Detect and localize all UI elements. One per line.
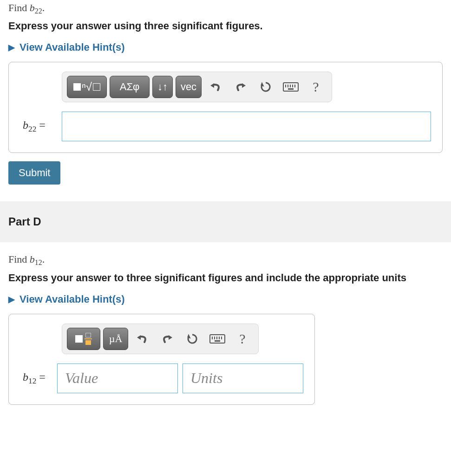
submit-button[interactable]: Submit	[8, 161, 60, 185]
reset-icon	[186, 333, 198, 345]
vec-label: vec	[181, 81, 196, 93]
answer-card-d: µÅ ? b12 = Value Units	[8, 314, 315, 405]
chevron-right-icon: ▶	[8, 294, 15, 304]
help-button[interactable]: ?	[231, 328, 254, 350]
var-letter: b	[30, 253, 35, 265]
var-subscript: 12	[35, 259, 42, 267]
greek-letters-button[interactable]: ΑΣφ	[110, 76, 150, 98]
template-icon	[75, 333, 92, 345]
reset-button[interactable]	[181, 328, 203, 350]
var-subscript: 22	[35, 7, 42, 15]
help-icon: ?	[313, 79, 319, 95]
subsup-label: ↓↑	[157, 81, 168, 93]
view-hints-toggle-d[interactable]: ▶ View Available Hint(s)	[8, 293, 443, 305]
keyboard-icon	[209, 334, 225, 344]
redo-icon	[235, 82, 247, 92]
keyboard-icon	[283, 82, 299, 92]
help-button[interactable]: ?	[305, 76, 327, 98]
templates-button[interactable]	[67, 328, 100, 350]
undo-button[interactable]	[204, 76, 227, 98]
units-input[interactable]: Units	[183, 364, 303, 393]
redo-icon	[161, 334, 173, 344]
prompt-d: Find b12.	[8, 253, 443, 267]
hints-label: View Available Hint(s)	[20, 41, 125, 53]
chevron-right-icon: ▶	[8, 42, 15, 53]
redo-button[interactable]	[156, 328, 178, 350]
var-letter: b	[30, 2, 35, 13]
answer-lhs-d: b12 =	[20, 371, 57, 386]
equation-toolbar: ⁿ√ ΑΣφ ↓↑ vec	[62, 72, 332, 102]
part-d-header: Part D	[0, 201, 451, 242]
template-icon: ⁿ√	[73, 80, 100, 93]
units-symbols-button[interactable]: µÅ	[103, 328, 128, 350]
answer-card-c: ⁿ√ ΑΣφ ↓↑ vec	[8, 62, 443, 153]
units-label: µÅ	[109, 333, 123, 345]
templates-button[interactable]: ⁿ√	[67, 76, 107, 98]
prompt-suffix: .	[42, 253, 45, 265]
vector-button[interactable]: vec	[176, 76, 202, 98]
answer-input[interactable]	[62, 112, 431, 141]
prompt-suffix: .	[42, 2, 45, 13]
undo-icon	[209, 82, 222, 92]
units-toolbar: µÅ ?	[62, 324, 259, 354]
sub-sup-button[interactable]: ↓↑	[152, 76, 173, 98]
hints-label: View Available Hint(s)	[20, 293, 125, 305]
prompt-prefix: Find	[8, 253, 30, 265]
reset-icon	[260, 81, 272, 93]
view-hints-toggle[interactable]: ▶ View Available Hint(s)	[8, 41, 443, 53]
undo-button[interactable]	[131, 328, 153, 350]
help-icon: ?	[239, 331, 245, 347]
instruction-d: Express your answer to three significant…	[8, 272, 443, 284]
prompt-prefix: Find	[8, 2, 30, 13]
undo-icon	[136, 334, 148, 344]
value-input[interactable]: Value	[57, 364, 178, 393]
instruction-c: Express your answer using three signific…	[8, 20, 443, 32]
greek-label: ΑΣφ	[120, 81, 140, 93]
keyboard-button[interactable]	[280, 76, 302, 98]
keyboard-button[interactable]	[206, 328, 229, 350]
prompt-c: Find b22.	[8, 2, 443, 15]
reset-button[interactable]	[255, 76, 277, 98]
answer-lhs: b22 =	[20, 119, 62, 134]
redo-button[interactable]	[229, 76, 252, 98]
